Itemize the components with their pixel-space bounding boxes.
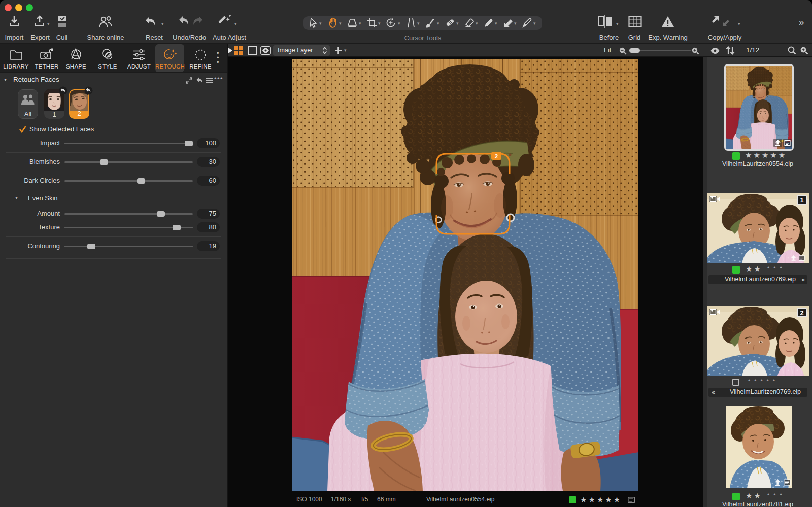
svg-text:2: 2	[495, 153, 498, 159]
